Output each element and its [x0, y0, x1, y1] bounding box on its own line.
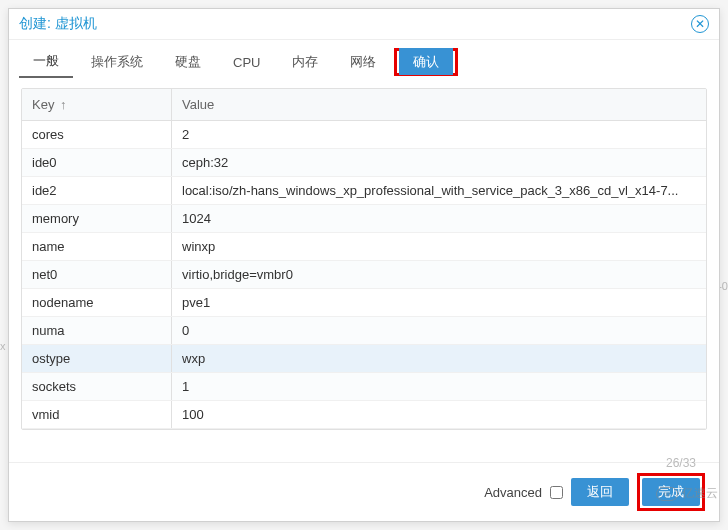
table-row[interactable]: ostypewxp: [22, 345, 706, 373]
table-row[interactable]: ide2local:iso/zh-hans_windows_xp_profess…: [22, 177, 706, 205]
advanced-label: Advanced: [484, 485, 542, 500]
tab-os[interactable]: 操作系统: [77, 47, 157, 77]
sort-ascending-icon: ↑: [60, 97, 67, 112]
cell-value: 100: [172, 401, 706, 428]
tab-network[interactable]: 网络: [336, 47, 390, 77]
cell-key: ostype: [22, 345, 172, 372]
modal-header: 创建: 虚拟机 ✕: [9, 9, 719, 40]
table-row[interactable]: nodenamepve1: [22, 289, 706, 317]
cell-value: 1: [172, 373, 706, 400]
advanced-checkbox[interactable]: [550, 486, 563, 499]
cell-key: ide2: [22, 177, 172, 204]
table-row[interactable]: namewinxp: [22, 233, 706, 261]
tab-memory[interactable]: 内存: [278, 47, 332, 77]
finish-button[interactable]: 完成: [642, 478, 700, 506]
table-row[interactable]: ide0ceph:32: [22, 149, 706, 177]
modal-footer: Advanced 返回 完成: [9, 462, 719, 521]
table-row[interactable]: memory1024: [22, 205, 706, 233]
wizard-tabs: 一般 操作系统 硬盘 CPU 内存 网络 确认: [9, 40, 719, 78]
tab-general[interactable]: 一般: [19, 46, 73, 78]
cell-key: sockets: [22, 373, 172, 400]
cell-value: 2: [172, 121, 706, 148]
page-indicator: 26/33: [666, 456, 696, 470]
cell-value: local:iso/zh-hans_windows_xp_professiona…: [172, 177, 706, 204]
modal-title: 创建: 虚拟机: [19, 15, 97, 33]
cell-key: name: [22, 233, 172, 260]
tab-disk[interactable]: 硬盘: [161, 47, 215, 77]
table-row[interactable]: numa0: [22, 317, 706, 345]
summary-grid-wrapper: Key ↑ Value cores2ide0ceph:32ide2local:i…: [9, 78, 719, 462]
grid-header-value[interactable]: Value: [172, 89, 706, 120]
table-row[interactable]: net0virtio,bridge=vmbr0: [22, 261, 706, 289]
cell-value: wxp: [172, 345, 706, 372]
tab-confirm-highlight-box: 确认: [394, 48, 458, 76]
cell-key: numa: [22, 317, 172, 344]
table-row[interactable]: cores2: [22, 121, 706, 149]
background-fragment-left: x: [0, 340, 6, 352]
cell-value: pve1: [172, 289, 706, 316]
cell-key: nodename: [22, 289, 172, 316]
cell-value: 0: [172, 317, 706, 344]
cell-key: cores: [22, 121, 172, 148]
cell-key: vmid: [22, 401, 172, 428]
close-icon[interactable]: ✕: [691, 15, 709, 33]
cell-value: virtio,bridge=vmbr0: [172, 261, 706, 288]
cell-value: winxp: [172, 233, 706, 260]
cell-value: 1024: [172, 205, 706, 232]
table-row[interactable]: vmid100: [22, 401, 706, 429]
create-vm-modal: 创建: 虚拟机 ✕ 一般 操作系统 硬盘 CPU 内存 网络 确认 Key ↑ …: [8, 8, 720, 522]
grid-header: Key ↑ Value: [22, 89, 706, 121]
summary-grid: Key ↑ Value cores2ide0ceph:32ide2local:i…: [21, 88, 707, 430]
finish-highlight-box: 完成: [637, 473, 705, 511]
tab-confirm[interactable]: 确认: [399, 48, 453, 75]
back-button[interactable]: 返回: [571, 478, 629, 506]
grid-body: cores2ide0ceph:32ide2local:iso/zh-hans_w…: [22, 121, 706, 429]
cell-key: ide0: [22, 149, 172, 176]
tab-cpu[interactable]: CPU: [219, 49, 274, 76]
grid-header-key[interactable]: Key ↑: [22, 89, 172, 120]
cell-key: net0: [22, 261, 172, 288]
table-row[interactable]: sockets1: [22, 373, 706, 401]
grid-header-key-label: Key: [32, 97, 54, 112]
cell-key: memory: [22, 205, 172, 232]
cell-value: ceph:32: [172, 149, 706, 176]
